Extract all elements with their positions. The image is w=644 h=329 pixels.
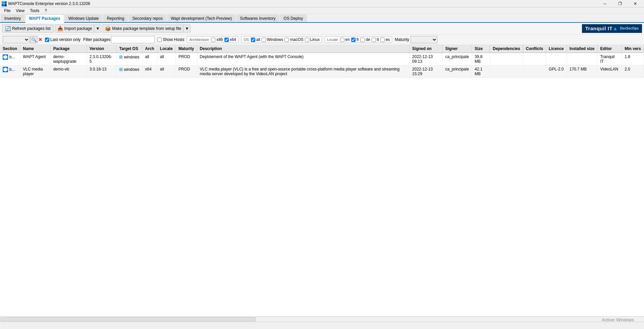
col-section[interactable]: Section [0, 45, 20, 53]
packages-table-container[interactable]: Section Name Package Version Target OS A… [0, 45, 644, 316]
col-package[interactable]: Package [50, 45, 87, 53]
last-version-only-checkbox[interactable] [45, 38, 49, 42]
arch-x64-label[interactable]: x64 [224, 37, 236, 42]
os-label: OS [244, 38, 249, 42]
maturity-select[interactable]: PROD BETA ALPHA [411, 36, 437, 43]
os-windows-checkbox[interactable] [262, 38, 266, 42]
search-dropdown[interactable] [3, 36, 30, 43]
menu-tools[interactable]: Tools [27, 8, 42, 14]
app-icon [1, 1, 7, 6]
last-version-only-label: Last version only [50, 37, 80, 42]
close-button[interactable]: ✕ [628, 0, 643, 7]
cell-installed-size [567, 53, 597, 65]
locale-es-text: es [386, 37, 390, 42]
brand-sub: DevSecOps [620, 27, 639, 30]
clear-search-button[interactable]: ✕ [38, 37, 42, 42]
locale-es-label[interactable]: es [380, 37, 390, 42]
os-macos-label[interactable]: macOS [284, 37, 303, 42]
tabbar: Inventory WAPT Packages Windows Update R… [0, 14, 644, 23]
search-button[interactable]: 🔍 [30, 36, 38, 43]
tab-wapt-packages[interactable]: WAPT Packages [25, 14, 64, 23]
col-conflicts[interactable]: Conflicts [523, 45, 546, 53]
locale-it-label[interactable]: it [372, 37, 379, 42]
cell-size: 42.1 MB [472, 65, 490, 78]
os-all-checkbox[interactable] [251, 38, 255, 42]
refresh-packages-button[interactable]: 🔄 Refresh packages list [2, 25, 54, 33]
menu-file[interactable]: File [1, 8, 13, 14]
last-version-only-checkbox-label[interactable]: Last version only [45, 37, 80, 42]
cell-installed-size: 170.7 MB [567, 65, 597, 78]
locale-fr-label[interactable]: fr [351, 37, 359, 42]
horizontal-scrollbar[interactable] [1, 317, 256, 321]
cell-section: b... [0, 53, 20, 65]
menu-view[interactable]: View [13, 8, 27, 14]
os-linux-label[interactable]: Linux [305, 37, 320, 42]
col-signer[interactable]: Signer [442, 45, 472, 53]
locale-es-checkbox[interactable] [380, 38, 385, 42]
brand-logo-box: Tranquil IT▲ DevSecOps [582, 24, 642, 33]
packages-table: Section Name Package Version Target OS A… [0, 45, 644, 78]
cell-version: 3.0.18-13 [87, 65, 116, 78]
toolbar: 🔄 Refresh packages list 📥 Import package… [0, 23, 644, 35]
col-description[interactable]: Description [197, 45, 409, 53]
show-hosts-checkbox[interactable] [157, 38, 162, 42]
col-signed-on[interactable]: Signed on [409, 45, 442, 53]
locale-de-label[interactable]: de [360, 37, 370, 42]
os-linux-checkbox[interactable] [305, 38, 309, 42]
show-hosts-checkbox-label[interactable]: Show Hosts [157, 37, 184, 42]
col-licence[interactable]: Licence [546, 45, 567, 53]
table-row[interactable]: b... VLC media player demo-vlc 3.0.18-13… [0, 65, 644, 78]
os-macos-checkbox[interactable] [284, 38, 289, 42]
tab-os-deploy[interactable]: OS Deploy [280, 14, 307, 22]
make-template-dropdown-button[interactable]: ▼ [183, 25, 191, 33]
col-installed-size[interactable]: Installed size [567, 45, 597, 53]
col-locale[interactable]: Locale [157, 45, 175, 53]
locale-fr-checkbox[interactable] [351, 38, 356, 42]
menu-help[interactable]: ? [42, 8, 50, 14]
col-version[interactable]: Version [87, 45, 116, 53]
os-macos-text: macOS [290, 37, 303, 42]
locale-de-checkbox[interactable] [360, 38, 365, 42]
import-package-dropdown-button[interactable]: ▼ [94, 25, 101, 33]
architecture-label: Architecture [189, 38, 209, 42]
col-dependencies[interactable]: Dependencies [490, 45, 523, 53]
make-template-button[interactable]: 📦 Make package template from setup file [103, 25, 183, 33]
arch-x86-checkbox[interactable] [211, 38, 215, 42]
cell-package: demo-vlc [50, 65, 87, 78]
os-windows-label[interactable]: Windows [262, 37, 283, 42]
table-row[interactable]: b... WAPT Agent demo-waptupgrade 2.3.0.1… [0, 53, 644, 65]
os-all-label[interactable]: all [251, 37, 260, 42]
col-size[interactable]: Size [472, 45, 490, 53]
cell-name: WAPT Agent [20, 53, 50, 65]
os-all-text: all [256, 37, 260, 42]
col-editor[interactable]: Editor [597, 45, 622, 53]
restore-button[interactable]: ❐ [612, 0, 628, 7]
locale-en-label[interactable]: en [340, 37, 350, 42]
arch-x86-label[interactable]: x86 [211, 37, 223, 42]
tab-secondary-repos[interactable]: Secondary repos [128, 14, 166, 22]
filter-packages-input[interactable] [111, 36, 155, 43]
menubar: File View Tools ? [0, 7, 644, 14]
col-target-os[interactable]: Target OS [116, 45, 142, 53]
cell-locale: all [157, 53, 175, 65]
col-maturity[interactable]: Maturity [175, 45, 197, 53]
arch-x64-checkbox[interactable] [224, 38, 229, 42]
import-package-button[interactable]: 📥 Import package [55, 25, 94, 33]
tab-wapt-dev[interactable]: Wapt development (Tech Preview) [167, 14, 235, 22]
tab-windows-update[interactable]: Windows Update [65, 14, 103, 22]
col-arch[interactable]: Arch [142, 45, 157, 53]
col-name[interactable]: Name [20, 45, 50, 53]
tab-reporting[interactable]: Reporting [103, 14, 128, 22]
cell-version: 2.3.0.13206-5 [87, 53, 116, 65]
col-min-vers[interactable]: Min vers [622, 45, 644, 53]
os-linux-text: Linux [310, 37, 320, 42]
cell-name: VLC media player [20, 65, 50, 78]
minimize-button[interactable]: ─ [597, 0, 612, 7]
tab-softwares-inventory[interactable]: Softwares Inventory [236, 14, 279, 22]
cell-signed-on: 2022-12-13 15:29 [409, 65, 442, 78]
locale-it-checkbox[interactable] [372, 38, 376, 42]
tab-inventory[interactable]: Inventory [1, 14, 24, 22]
show-hosts-label: Show Hosts [163, 37, 184, 42]
title-text: WAPTConsole Enterprise version 2.3.0.132… [8, 1, 597, 6]
locale-en-checkbox[interactable] [340, 38, 344, 42]
